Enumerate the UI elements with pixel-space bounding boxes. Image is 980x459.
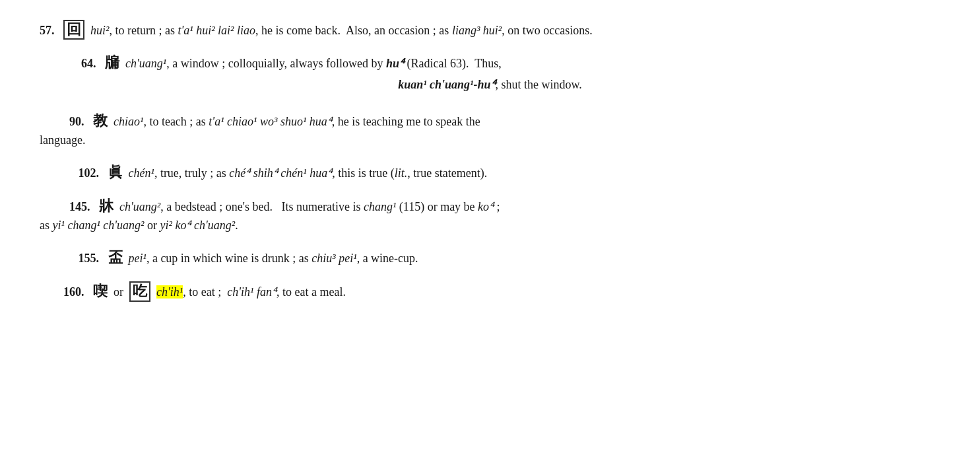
entry-64-romanized: ch'uang¹ xyxy=(125,57,166,70)
entry-160-chinese1: 喫 xyxy=(93,283,108,299)
entry-160-example: ch'ih¹ fan⁴ xyxy=(227,285,277,299)
entry-90-teaching: teaching xyxy=(363,115,403,128)
entry-57-chinese: 回 xyxy=(63,20,84,40)
entry-57-number: 57. xyxy=(40,24,55,37)
entry-155-text: 155. 盃 pei¹, a cup in which wine is drun… xyxy=(40,252,418,265)
entry-64: 64. 牖 ch'uang¹, a window ; colloquially,… xyxy=(40,52,940,94)
entry-64-centered-text: kuan¹ ch'uang¹-hu⁴ xyxy=(398,78,495,91)
entry-102: 102. 眞 chén¹, true, truly ; as ché⁴ shih… xyxy=(40,161,940,183)
entry-145-continuation: as yi¹ chang¹ ch'uang² or yi² ko⁴ ch'uan… xyxy=(40,217,940,234)
entry-145-cont-text2: yi² ko⁴ ch'uang² xyxy=(160,219,236,232)
entry-160-romanized: ch'ih¹ xyxy=(156,285,183,299)
entry-145-text: 145. 牀 ch'uang², a bedstead ; one's bed.… xyxy=(40,200,500,213)
entry-145-chang: chang¹ xyxy=(364,200,396,213)
entry-102-number: 102. xyxy=(79,166,100,180)
entry-57-example: t'a¹ hui² lai² liao xyxy=(178,24,255,37)
entry-90-example: t'a¹ chiao¹ wo³ shuo¹ hua⁴ xyxy=(209,115,331,128)
entry-160: 160. 喫 or 吃 ch'ih¹, to eat ; ch'ih¹ fan⁴… xyxy=(40,280,940,302)
entry-90: 90. 教 chiao¹, to teach ; as t'a¹ chiao¹ … xyxy=(40,110,940,149)
entry-90-text: 90. 教 chiao¹, to teach ; as t'a¹ chiao¹ … xyxy=(40,115,480,128)
entry-145-ko: ko⁴ xyxy=(478,200,494,213)
entry-102-lit: lit. xyxy=(395,166,408,180)
entry-155-romanized: pei¹ xyxy=(129,252,147,265)
entry-155-number: 155. xyxy=(79,252,100,265)
entry-64-chinese: 牖 xyxy=(105,54,119,71)
entry-145-number: 145. xyxy=(69,200,90,213)
entry-145-cont-text: yi¹ chang¹ ch'uang² xyxy=(53,219,145,232)
entry-57-romanized: hui² xyxy=(90,24,109,37)
entry-155-chinese: 盃 xyxy=(108,249,123,265)
entry-160-text: 160. 喫 or 吃 ch'ih¹, to eat ; ch'ih¹ fan⁴… xyxy=(40,285,346,299)
entry-160-number: 160. xyxy=(63,285,84,299)
entry-145-romanized: ch'uang² xyxy=(119,200,160,213)
page-content: 57. 回 hui², to return ; as t'a¹ hui² lai… xyxy=(40,20,940,302)
entry-64-hu: hu⁴ xyxy=(386,57,404,70)
entry-64-number: 64. xyxy=(81,57,96,70)
entry-90-romanized: chiao¹ xyxy=(114,115,143,128)
entry-90-continuation: language. xyxy=(40,131,940,149)
entry-57-example2: liang³ hui² xyxy=(452,24,502,37)
entry-102-text: 102. 眞 chén¹, true, truly ; as ché⁴ shih… xyxy=(40,166,487,180)
entry-155-example: chiu³ pei¹ xyxy=(311,252,356,265)
entry-102-chinese: 眞 xyxy=(108,164,123,180)
entry-160-chinese2: 吃 xyxy=(129,281,150,301)
entry-57-text: 57. 回 hui², to return ; as t'a¹ hui² lai… xyxy=(40,24,593,37)
entry-102-romanized: chén¹ xyxy=(129,166,154,180)
entry-145: 145. 牀 ch'uang², a bedstead ; one's bed.… xyxy=(40,195,940,234)
entry-90-number: 90. xyxy=(69,115,84,128)
entry-160-or: or xyxy=(114,285,123,299)
entry-64-main: 64. 牖 ch'uang¹, a window ; colloquially,… xyxy=(40,52,940,73)
entry-90-chinese: 教 xyxy=(93,112,108,129)
entry-145-chinese: 牀 xyxy=(99,197,114,214)
entry-64-centered: kuan¹ ch'uang¹-hu⁴, shut the window. xyxy=(40,76,940,94)
entry-57: 57. 回 hui², to return ; as t'a¹ hui² lai… xyxy=(40,20,940,40)
entry-155: 155. 盃 pei¹, a cup in which wine is drun… xyxy=(40,246,940,268)
entry-102-example: ché⁴ shih⁴ chén¹ hua⁴ xyxy=(229,166,332,180)
